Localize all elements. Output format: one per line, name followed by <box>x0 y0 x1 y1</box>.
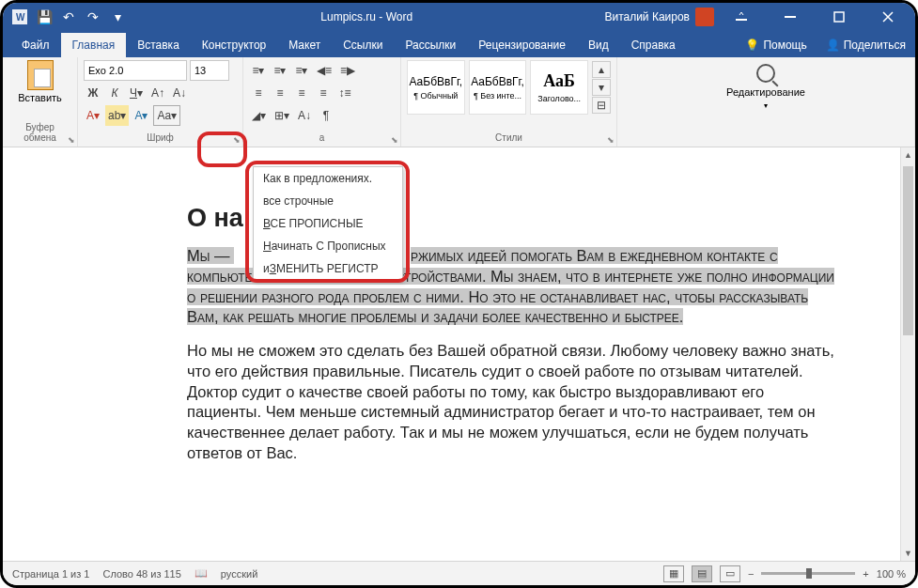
zoom-in-button[interactable]: + <box>863 568 868 580</box>
font-name-select[interactable]: Exo 2.0 <box>84 60 187 81</box>
change-case-button[interactable]: Aa ▾ <box>153 105 180 126</box>
status-page[interactable]: Страница 1 из 1 <box>12 568 89 580</box>
style-no-spacing[interactable]: АаБбВвГг,¶ Без инте... <box>469 60 527 115</box>
scroll-thumb[interactable] <box>903 166 913 335</box>
borders-button[interactable]: ⊞▾ <box>272 105 292 126</box>
tab-design[interactable]: Конструктор <box>191 33 277 57</box>
document-body[interactable]: О на Мы — ржимых идеей помогать Вам в еж… <box>3 147 900 496</box>
paragraph-launcher-icon[interactable]: ⬊ <box>391 135 398 145</box>
titlebar: W 💾 ↶ ↷ ▾ Lumpics.ru - Word Виталий Каир… <box>3 3 915 31</box>
avatar <box>695 8 714 26</box>
svg-rect-2 <box>736 19 747 21</box>
svg-rect-4 <box>834 12 844 22</box>
svg-rect-3 <box>785 16 796 18</box>
tab-references[interactable]: Ссылки <box>332 33 394 57</box>
scroll-down-icon[interactable]: ▼ <box>901 546 915 561</box>
line-spacing-button[interactable]: ↕≡ <box>335 83 354 103</box>
font-size-select[interactable]: 13 <box>190 60 229 81</box>
style-heading1[interactable]: АаБЗаголово... <box>530 60 588 115</box>
sort-button[interactable]: A↓ <box>295 105 314 126</box>
multilevel-button[interactable]: ≡▾ <box>292 60 311 81</box>
decrease-indent-button[interactable]: ◀≡ <box>314 60 335 81</box>
styles-up-icon[interactable]: ▴ <box>592 61 611 78</box>
tab-file[interactable]: Файл <box>10 33 61 57</box>
editing-button[interactable]: Редактирование ▾ <box>623 60 909 114</box>
search-icon <box>756 64 775 83</box>
zoom-out-button[interactable]: − <box>748 568 754 580</box>
show-marks-button[interactable]: ¶ <box>317 105 335 126</box>
clipboard-launcher-icon[interactable]: ⬊ <box>68 135 75 145</box>
group-styles: Стили <box>407 132 611 145</box>
word-icon: W <box>8 6 31 28</box>
tab-layout[interactable]: Макет <box>277 33 332 57</box>
view-print-icon[interactable]: ▤ <box>692 565 712 582</box>
document-viewport: О на Мы — ржимых идеей помогать Вам в еж… <box>3 147 900 561</box>
tab-review[interactable]: Рецензирование <box>467 33 577 57</box>
user-name: Виталий Каиров <box>604 10 690 23</box>
redo-icon[interactable]: ↷ <box>82 6 104 28</box>
group-clipboard: Буфер обмена <box>8 122 71 145</box>
align-center-button[interactable]: ≡ <box>271 83 289 103</box>
group-paragraph: а <box>249 132 395 145</box>
close-icon[interactable] <box>866 3 910 31</box>
view-read-icon[interactable]: ▦ <box>663 565 684 582</box>
tell-me[interactable]: 💡 Помощь <box>736 33 816 57</box>
text-effects-button[interactable]: A▾ <box>132 105 150 126</box>
statusbar: Страница 1 из 1 Слово 48 из 115 📖 русски… <box>3 561 915 585</box>
tab-mailings[interactable]: Рассылки <box>394 33 467 57</box>
align-right-button[interactable]: ≡ <box>292 83 311 103</box>
italic-button[interactable]: К <box>105 83 124 103</box>
style-normal[interactable]: АаБбВвГг,¶ Обычный <box>407 60 465 115</box>
dd-lowercase[interactable]: все строчные <box>254 190 402 212</box>
doc-paragraph-2: Но мы не сможем это сделать без Вашей об… <box>187 341 834 464</box>
proofing-icon[interactable]: 📖 <box>194 567 208 580</box>
minimize-icon[interactable] <box>769 3 812 31</box>
group-font: Шриф <box>84 132 237 145</box>
dd-toggle-case[interactable]: иЗМЕНИТЬ РЕГИСТРиЗМЕНИТЬ РЕГИСТР <box>254 257 402 280</box>
bullets-button[interactable]: ≡▾ <box>249 60 268 81</box>
svg-text:W: W <box>16 12 25 23</box>
tab-help[interactable]: Справка <box>620 33 687 57</box>
numbering-button[interactable]: ≡▾ <box>271 60 289 81</box>
ribbon-options-icon[interactable] <box>720 3 763 31</box>
tab-insert[interactable]: Вставка <box>126 33 191 57</box>
ribbon: Вставить Буфер обмена ⬊ Exo 2.0 13 Ж К Ч… <box>3 57 915 147</box>
dd-uppercase[interactable]: ВВСЕ ПРОПИСНЫЕСЕ ПРОПИСНЫЕ <box>254 212 402 235</box>
shading-button[interactable]: ◢▾ <box>249 105 269 126</box>
font-launcher-icon[interactable]: ⬊ <box>233 135 241 145</box>
bold-button[interactable]: Ж <box>84 83 102 103</box>
dd-capitalize[interactable]: Начинать С ПрописныхНачинать С Прописных <box>254 235 402 257</box>
shrink-font-button[interactable]: A↓ <box>170 83 189 103</box>
status-language[interactable]: русский <box>221 568 257 580</box>
highlight-button[interactable]: ab▾ <box>105 105 129 126</box>
user-account[interactable]: Виталий Каиров <box>604 8 714 26</box>
scroll-up-icon[interactable]: ▲ <box>901 147 915 162</box>
status-words[interactable]: Слово 48 из 115 <box>102 568 180 580</box>
change-case-dropdown: Как в предложениях. все строчные ВВСЕ ПР… <box>253 166 403 281</box>
dd-sentence-case[interactable]: Как в предложениях. <box>254 167 402 190</box>
undo-icon[interactable]: ↶ <box>57 6 80 28</box>
window-title: Lumpics.ru - Word <box>129 10 604 23</box>
qat-more-icon[interactable]: ▾ <box>106 6 129 28</box>
tab-view[interactable]: Вид <box>577 33 620 57</box>
font-color-button[interactable]: A▾ <box>84 105 102 126</box>
maximize-icon[interactable] <box>817 3 861 31</box>
styles-more-icon[interactable]: ⊟ <box>592 97 611 114</box>
zoom-slider[interactable] <box>761 572 855 575</box>
tab-home[interactable]: Главная <box>61 33 127 57</box>
grow-font-button[interactable]: A↑ <box>148 83 167 103</box>
save-icon[interactable]: 💾 <box>33 6 55 28</box>
ribbon-tabs: Файл Главная Вставка Конструктор Макет С… <box>3 31 915 57</box>
vertical-scrollbar[interactable]: ▲ ▼ <box>900 147 915 561</box>
underline-button[interactable]: Ч ▾ <box>127 83 146 103</box>
increase-indent-button[interactable]: ≡▶ <box>337 60 358 81</box>
share-button[interactable]: 👤 Поделиться <box>817 33 915 57</box>
view-web-icon[interactable]: ▭ <box>720 565 740 582</box>
styles-down-icon[interactable]: ▾ <box>592 79 611 96</box>
align-left-button[interactable]: ≡ <box>249 83 268 103</box>
zoom-level[interactable]: 100 % <box>877 568 906 580</box>
paste-button[interactable]: Вставить <box>21 60 60 103</box>
styles-launcher-icon[interactable]: ⬊ <box>607 135 615 145</box>
clipboard-icon <box>27 60 54 90</box>
justify-button[interactable]: ≡ <box>314 83 333 103</box>
